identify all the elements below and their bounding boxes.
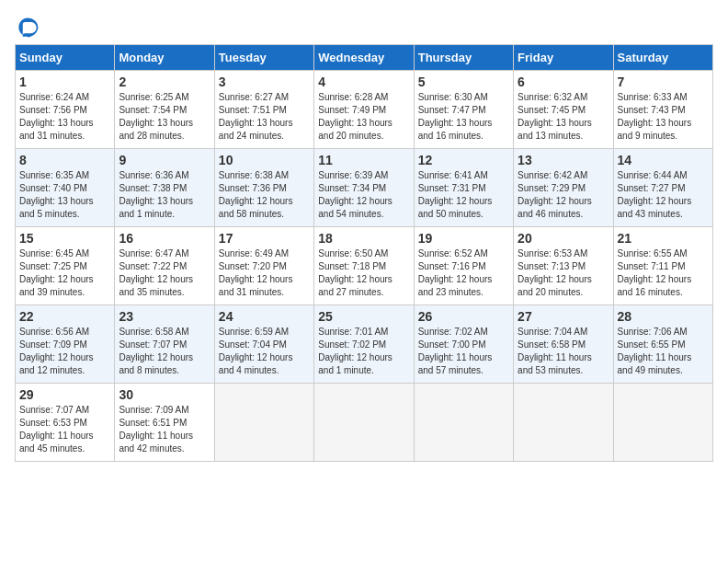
calendar-cell: 24Sunrise: 6:59 AMSunset: 7:04 PMDayligh… [214,305,313,384]
header [15,15,713,40]
calendar-cell: 27Sunrise: 7:04 AMSunset: 6:58 PMDayligh… [514,305,613,384]
calendar-cell: 28Sunrise: 7:06 AMSunset: 6:55 PMDayligh… [613,305,712,384]
calendar-week-row: 15Sunrise: 6:45 AMSunset: 7:25 PMDayligh… [16,227,713,305]
calendar-cell: 15Sunrise: 6:45 AMSunset: 7:25 PMDayligh… [16,227,115,305]
cell-info: Sunrise: 6:45 AMSunset: 7:25 PMDaylight:… [19,247,110,299]
cell-info: Sunrise: 6:25 AMSunset: 7:54 PMDaylight:… [119,91,210,143]
cell-info: Sunrise: 6:56 AMSunset: 7:09 PMDaylight:… [19,326,110,377]
cell-info: Sunrise: 6:30 AMSunset: 7:47 PMDaylight:… [418,91,509,143]
day-number: 28 [618,309,709,324]
day-number: 19 [418,231,509,246]
cell-info: Sunrise: 7:01 AMSunset: 7:02 PMDaylight:… [318,326,409,377]
day-number: 7 [618,75,709,89]
day-number: 30 [119,387,210,402]
day-number: 11 [318,153,409,167]
day-number: 18 [318,231,409,246]
calendar-cell: 10Sunrise: 6:38 AMSunset: 7:36 PMDayligh… [214,149,313,227]
calendar-cell: 14Sunrise: 6:44 AMSunset: 7:27 PMDayligh… [613,149,712,227]
cell-info: Sunrise: 6:28 AMSunset: 7:49 PMDaylight:… [318,91,409,143]
calendar-cell: 2Sunrise: 6:25 AMSunset: 7:54 PMDaylight… [115,71,214,149]
day-number: 10 [219,153,310,167]
day-number: 23 [119,309,210,324]
calendar-cell: 8Sunrise: 6:35 AMSunset: 7:40 PMDaylight… [16,149,115,227]
day-number: 15 [19,231,110,246]
calendar-cell: 9Sunrise: 6:36 AMSunset: 7:38 PMDaylight… [115,149,214,227]
calendar-header-row: SundayMondayTuesdayWednesdayThursdayFrid… [16,45,713,71]
cell-info: Sunrise: 6:27 AMSunset: 7:51 PMDaylight:… [219,91,310,143]
cell-info: Sunrise: 6:24 AMSunset: 7:56 PMDaylight:… [19,91,110,143]
calendar-weekday-monday: Monday [115,45,214,71]
calendar-week-row: 8Sunrise: 6:35 AMSunset: 7:40 PMDaylight… [16,149,713,227]
calendar-weekday-thursday: Thursday [414,45,513,71]
calendar-cell: 21Sunrise: 6:55 AMSunset: 7:11 PMDayligh… [613,227,712,305]
calendar-week-row: 1Sunrise: 6:24 AMSunset: 7:56 PMDaylight… [16,71,713,149]
day-number: 1 [19,75,110,89]
cell-info: Sunrise: 6:52 AMSunset: 7:16 PMDaylight:… [418,247,509,299]
calendar-weekday-sunday: Sunday [16,45,115,71]
calendar-cell [314,384,414,462]
calendar-cell: 3Sunrise: 6:27 AMSunset: 7:51 PMDaylight… [214,71,313,149]
calendar-cell: 7Sunrise: 6:33 AMSunset: 7:43 PMDaylight… [613,71,712,149]
day-number: 16 [119,231,210,246]
day-number: 27 [518,309,609,324]
day-number: 5 [418,75,509,89]
calendar-weekday-friday: Friday [514,45,613,71]
calendar-cell: 18Sunrise: 6:50 AMSunset: 7:18 PMDayligh… [314,227,414,305]
day-number: 21 [618,231,709,246]
calendar-week-row: 22Sunrise: 6:56 AMSunset: 7:09 PMDayligh… [16,305,713,384]
day-number: 13 [518,153,609,167]
cell-info: Sunrise: 6:41 AMSunset: 7:31 PMDaylight:… [418,169,509,221]
calendar-cell: 19Sunrise: 6:52 AMSunset: 7:16 PMDayligh… [414,227,513,305]
calendar-cell: 4Sunrise: 6:28 AMSunset: 7:49 PMDaylight… [314,71,414,149]
calendar-cell: 23Sunrise: 6:58 AMSunset: 7:07 PMDayligh… [115,305,214,384]
cell-info: Sunrise: 6:58 AMSunset: 7:07 PMDaylight:… [119,326,210,377]
day-number: 9 [119,153,210,167]
day-number: 12 [418,153,509,167]
calendar-cell: 6Sunrise: 6:32 AMSunset: 7:45 PMDaylight… [514,71,613,149]
cell-info: Sunrise: 6:36 AMSunset: 7:38 PMDaylight:… [119,169,210,221]
cell-info: Sunrise: 6:32 AMSunset: 7:45 PMDaylight:… [518,91,609,143]
cell-info: Sunrise: 7:02 AMSunset: 7:00 PMDaylight:… [418,326,509,377]
calendar-cell: 17Sunrise: 6:49 AMSunset: 7:20 PMDayligh… [214,227,313,305]
day-number: 2 [119,75,210,89]
cell-info: Sunrise: 6:49 AMSunset: 7:20 PMDaylight:… [219,247,310,299]
cell-info: Sunrise: 7:09 AMSunset: 6:51 PMDaylight:… [119,404,210,455]
calendar-weekday-wednesday: Wednesday [314,45,414,71]
cell-info: Sunrise: 6:59 AMSunset: 7:04 PMDaylight:… [219,326,310,377]
calendar-week-row: 29Sunrise: 7:07 AMSunset: 6:53 PMDayligh… [16,384,713,462]
cell-info: Sunrise: 6:39 AMSunset: 7:34 PMDaylight:… [318,169,409,221]
calendar-cell [414,384,513,462]
day-number: 26 [418,309,509,324]
logo [15,15,44,40]
cell-info: Sunrise: 6:50 AMSunset: 7:18 PMDaylight:… [318,247,409,299]
cell-info: Sunrise: 7:07 AMSunset: 6:53 PMDaylight:… [19,404,110,455]
day-number: 17 [219,231,310,246]
cell-info: Sunrise: 6:38 AMSunset: 7:36 PMDaylight:… [219,169,310,221]
calendar: SundayMondayTuesdayWednesdayThursdayFrid… [15,44,713,462]
calendar-cell: 12Sunrise: 6:41 AMSunset: 7:31 PMDayligh… [414,149,513,227]
calendar-cell [214,384,313,462]
day-number: 4 [318,75,409,89]
cell-info: Sunrise: 7:04 AMSunset: 6:58 PMDaylight:… [518,326,609,377]
day-number: 25 [318,309,409,324]
calendar-cell: 11Sunrise: 6:39 AMSunset: 7:34 PMDayligh… [314,149,414,227]
calendar-cell: 29Sunrise: 7:07 AMSunset: 6:53 PMDayligh… [16,384,115,462]
cell-info: Sunrise: 6:55 AMSunset: 7:11 PMDaylight:… [618,247,709,299]
calendar-weekday-saturday: Saturday [613,45,712,71]
day-number: 22 [19,309,110,324]
calendar-cell: 16Sunrise: 6:47 AMSunset: 7:22 PMDayligh… [115,227,214,305]
cell-info: Sunrise: 6:44 AMSunset: 7:27 PMDaylight:… [618,169,709,221]
logo-icon [15,15,40,40]
day-number: 3 [219,75,310,89]
cell-info: Sunrise: 7:06 AMSunset: 6:55 PMDaylight:… [618,326,709,377]
calendar-cell: 30Sunrise: 7:09 AMSunset: 6:51 PMDayligh… [115,384,214,462]
cell-info: Sunrise: 6:33 AMSunset: 7:43 PMDaylight:… [618,91,709,143]
day-number: 8 [19,153,110,167]
cell-info: Sunrise: 6:47 AMSunset: 7:22 PMDaylight:… [119,247,210,299]
day-number: 20 [518,231,609,246]
cell-info: Sunrise: 6:42 AMSunset: 7:29 PMDaylight:… [518,169,609,221]
day-number: 14 [618,153,709,167]
calendar-cell: 25Sunrise: 7:01 AMSunset: 7:02 PMDayligh… [314,305,414,384]
day-number: 6 [518,75,609,89]
calendar-weekday-tuesday: Tuesday [214,45,313,71]
